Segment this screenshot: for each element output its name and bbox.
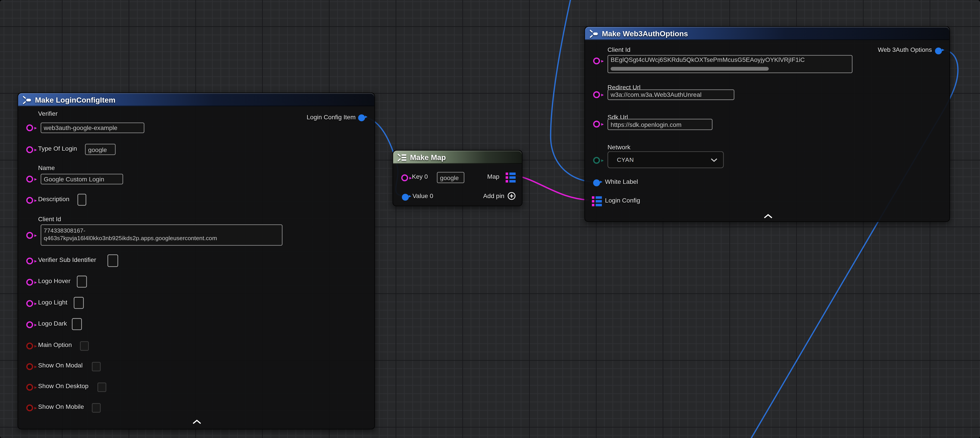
node-make-web3authoptions[interactable]: Make Web3AuthOptions Web 3Auth Options C… <box>584 26 950 222</box>
add-pin-button[interactable]: Add pin <box>483 192 515 200</box>
logo-light-field[interactable] <box>74 297 84 309</box>
description-field[interactable] <box>78 194 86 205</box>
pin-label-logo-light: Logo Light <box>38 299 67 306</box>
collapse-node-chevron-icon[interactable] <box>192 419 201 424</box>
blueprint-graph-canvas[interactable]: Make LoginConfigItem Login Config Item V… <box>0 0 980 438</box>
node-header-make-web3authoptions[interactable]: Make Web3AuthOptions <box>585 27 949 40</box>
node-make-loginconfigitem[interactable]: Make LoginConfigItem Login Config Item V… <box>18 92 375 430</box>
node-header-make-loginconfigitem[interactable]: Make LoginConfigItem <box>18 93 374 106</box>
input-pin-redirect-url[interactable] <box>593 91 600 98</box>
output-pin-map[interactable] <box>506 172 515 183</box>
client-id-field[interactable]: BEglQSgt4cUWcj6SKRdu5QkOXTsePmMcusG5EAoy… <box>608 55 853 73</box>
input-pin-verifier-sub-identifier[interactable] <box>26 257 33 264</box>
key0-field[interactable]: google <box>437 172 465 183</box>
pin-label-client-id: Client Id <box>608 46 630 53</box>
node-title: Make Map <box>410 153 446 162</box>
verifier-sub-identifier-field[interactable] <box>108 254 118 267</box>
node-make-map[interactable]: Make Map Key 0 google Map Value 0 Add pi… <box>393 150 522 206</box>
input-pin-client-id[interactable] <box>593 57 600 64</box>
pin-label-map: Map <box>487 173 500 180</box>
pin-label-key0: Key 0 <box>412 173 428 180</box>
node-title: Make Web3AuthOptions <box>602 29 688 38</box>
input-pin-sdk-url[interactable] <box>593 120 600 127</box>
pin-label-type-of-login: Type Of Login <box>38 145 77 152</box>
pin-label-show-on-desktop: Show On Desktop <box>38 382 88 390</box>
pin-label-main-option: Main Option <box>38 341 72 348</box>
pin-label-web3auth-options: Web 3Auth Options <box>878 46 932 53</box>
input-pin-logo-hover[interactable] <box>26 279 33 285</box>
pin-label-verifier: Verifier <box>38 110 57 117</box>
input-pin-name[interactable] <box>26 175 33 182</box>
pin-label-logo-dark: Logo Dark <box>38 320 67 327</box>
logo-dark-field[interactable] <box>72 318 82 330</box>
input-pin-show-on-mobile[interactable] <box>26 404 33 411</box>
input-pin-login-config[interactable] <box>592 196 602 206</box>
input-pin-value0[interactable] <box>402 193 409 200</box>
pin-label-login-config-item: Login Config Item <box>307 114 356 121</box>
pin-label-network: Network <box>608 144 630 151</box>
make-map-icon <box>398 153 407 162</box>
redirect-url-field[interactable]: w3a://com.w3a.Web3AuthUnreal <box>608 89 734 100</box>
input-pin-verifier[interactable] <box>26 124 33 131</box>
chevron-down-icon <box>711 158 718 162</box>
input-pin-show-on-modal[interactable] <box>26 363 33 370</box>
make-struct-icon <box>589 29 599 38</box>
input-pin-key0[interactable] <box>401 174 408 181</box>
type-of-login-field[interactable]: google <box>85 144 116 155</box>
make-struct-icon <box>22 95 32 104</box>
main-option-checkbox[interactable] <box>80 341 89 351</box>
node-header-make-map[interactable]: Make Map <box>393 151 522 164</box>
show-on-mobile-checkbox[interactable] <box>92 403 100 413</box>
input-pin-show-on-desktop[interactable] <box>26 384 33 390</box>
collapse-node-chevron-icon[interactable] <box>764 214 772 219</box>
pin-label-show-on-modal: Show On Modal <box>38 362 83 369</box>
output-pin-login-config-item[interactable] <box>358 114 365 121</box>
pin-label-white-label: White Label <box>605 178 638 185</box>
name-field[interactable]: Google Custom Login <box>41 174 123 185</box>
input-pin-client-id[interactable] <box>26 232 33 239</box>
input-pin-type-of-login[interactable] <box>26 146 33 153</box>
verifier-field[interactable]: web3auth-google-example <box>41 123 145 133</box>
output-pin-web3auth-options[interactable] <box>935 47 942 54</box>
pin-label-client-id: Client Id <box>38 216 61 223</box>
input-pin-logo-dark[interactable] <box>26 321 33 328</box>
show-on-modal-checkbox[interactable] <box>92 362 100 371</box>
pin-label-login-config: Login Config <box>605 197 640 204</box>
input-pin-logo-light[interactable] <box>26 300 33 307</box>
input-pin-description[interactable] <box>26 196 33 204</box>
add-pin-plus-icon <box>508 192 516 200</box>
input-pin-white-label[interactable] <box>593 179 600 186</box>
input-pin-network[interactable] <box>593 157 600 164</box>
add-pin-label: Add pin <box>483 193 504 199</box>
pin-label-logo-hover: Logo Hover <box>38 277 70 284</box>
input-pin-main-option[interactable] <box>26 342 33 349</box>
pin-label-value0: Value 0 <box>412 193 433 199</box>
wire-map-to-loginconfig <box>516 175 589 200</box>
network-dropdown[interactable]: CYAN <box>608 151 724 168</box>
pin-label-show-on-mobile: Show On Mobile <box>38 403 84 410</box>
pin-label-name: Name <box>38 164 55 171</box>
client-id-field[interactable]: 774338308167- q463s7kpvja16l4l0kko3nb925… <box>41 225 283 245</box>
pin-label-description: Description <box>38 196 69 202</box>
client-id-scrollbar[interactable] <box>611 67 769 71</box>
logo-hover-field[interactable] <box>77 276 87 288</box>
network-selected-value: CYAN <box>617 156 634 163</box>
pin-label-verifier-sub-identifier: Verifier Sub Identifier <box>38 256 96 263</box>
sdk-url-field[interactable]: https://sdk.openlogin.com <box>608 119 713 130</box>
node-title: Make LoginConfigItem <box>35 95 115 104</box>
show-on-desktop-checkbox[interactable] <box>97 382 106 392</box>
